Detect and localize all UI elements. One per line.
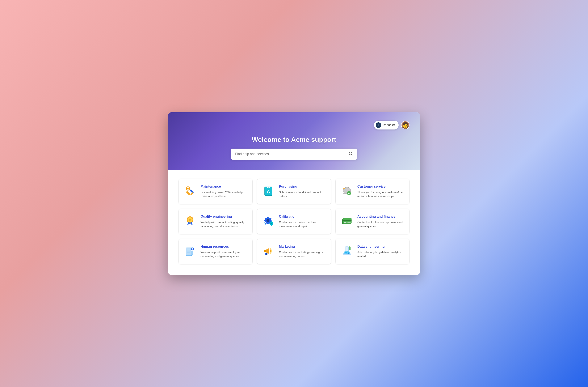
customer-service-description: Thank you for being our customer! Let us… [357,190,404,198]
customer-service-title: Customer service [357,185,404,188]
card-human-resources[interactable]: Human resources We can help with new emp… [178,239,253,265]
marketing-content: Marketing Contact us for marketing campa… [279,245,326,258]
card-purchasing[interactable]: A Purchasing Submit new and additional p… [257,179,331,204]
svg-text:A: A [267,189,270,194]
purchasing-description: Submit new and additional product orders… [279,190,326,198]
data-engineering-content: Data engineering Ask us for anything dat… [357,245,404,258]
avatar-face [401,121,409,129]
avatar[interactable] [401,121,410,129]
svg-rect-35 [343,220,352,221]
purchasing-icon: A [262,185,275,197]
card-quality-engineering[interactable]: Quality engineering We help with product… [178,209,253,234]
search-input[interactable] [235,152,349,156]
card-accounting-finance[interactable]: Accounting and finance Contact us for fi… [335,209,410,234]
maintenance-icon [184,185,196,197]
quality-engineering-content: Quality engineering We help with product… [201,215,247,228]
customer-service-content: Customer service Thank you for being our… [357,185,404,198]
marketing-title: Marketing [279,245,326,248]
svg-rect-37 [347,222,351,223]
quality-engineering-description: We help with product testing, quality mo… [201,220,247,228]
search-bar [231,149,357,160]
svg-rect-22 [264,220,266,221]
calibration-icon [262,215,275,227]
svg-rect-42 [187,250,190,250]
svg-point-51 [347,251,348,252]
hr-description: We can help with new employee onboarding… [201,250,247,258]
accounting-title: Accounting and finance [357,215,404,219]
quality-engineering-title: Quality engineering [201,215,247,219]
svg-point-4 [187,188,189,189]
data-engineering-description: Ask us for anything data or analytics re… [357,250,404,258]
svg-rect-20 [267,217,269,219]
svg-rect-30 [271,225,272,226]
header: 2 Requests Welcome to Acme support [168,112,420,170]
calibration-title: Calibration [279,215,326,219]
hr-title: Human resources [201,245,247,248]
svg-rect-6 [190,192,193,195]
requests-label: Requests [383,123,395,127]
card-maintenance[interactable]: Maintenance Is something broken? We can … [178,179,253,204]
header-top: 2 Requests [178,121,410,129]
accounting-icon [341,215,353,227]
svg-rect-36 [344,222,346,223]
svg-point-46 [192,248,193,249]
svg-point-31 [265,223,266,224]
svg-rect-2 [186,191,190,195]
main-content: Maintenance Is something broken? We can … [168,170,420,275]
data-engineering-title: Data engineering [357,245,404,248]
requests-badge: 2 [376,122,381,128]
card-customer-service[interactable]: Customer service Thank you for being our… [335,179,410,204]
svg-rect-40 [186,248,192,256]
calibration-content: Calibration Contact us for routine machi… [279,215,326,228]
quality-engineering-icon [184,215,196,227]
svg-point-15 [349,188,350,188]
svg-rect-5 [190,189,194,194]
card-data-engineering[interactable]: Data engineering Ask us for anything dat… [335,239,410,265]
card-calibration[interactable]: Calibration Contact us for routine machi… [257,209,331,234]
requests-button[interactable]: 2 Requests [374,121,399,129]
data-engineering-icon [341,245,353,257]
svg-point-19 [267,219,270,222]
svg-point-49 [345,252,347,254]
svg-rect-29 [271,221,272,222]
calibration-description: Contact us for routine machine maintenan… [279,220,326,228]
svg-rect-43 [187,251,191,251]
search-icon[interactable] [349,152,353,157]
svg-rect-52 [349,246,350,250]
purchasing-content: Purchasing Submit new and additional pro… [279,185,326,198]
svg-point-14 [343,188,345,189]
svg-point-48 [266,253,267,255]
purchasing-title: Purchasing [279,185,326,188]
svg-point-50 [348,252,349,254]
svg-rect-44 [187,252,190,252]
accounting-description: Contact us for financial approvals and g… [357,220,404,228]
marketing-icon [262,245,275,257]
maintenance-description: Is something broken? We can help. Raise … [201,190,247,198]
customer-service-icon [341,185,353,197]
maintenance-title: Maintenance [201,185,247,188]
search-container [178,149,410,160]
svg-point-28 [271,223,272,224]
hr-content: Human resources We can help with new emp… [201,245,247,258]
page-title: Welcome to Acme support [178,136,410,143]
svg-rect-21 [267,223,269,224]
svg-line-1 [352,154,352,155]
maintenance-content: Maintenance Is something broken? We can … [201,185,247,198]
hr-icon [184,245,196,257]
accounting-content: Accounting and finance Contact us for fi… [357,215,404,228]
svg-point-13 [347,191,351,195]
cards-grid: Maintenance Is something broken? We can … [178,179,410,265]
app-window: 2 Requests Welcome to Acme support [168,112,420,275]
card-marketing[interactable]: Marketing Contact us for marketing campa… [257,239,331,265]
svg-rect-53 [350,247,351,250]
svg-point-32 [264,222,265,223]
marketing-description: Contact us for marketing campaigns and m… [279,250,326,258]
